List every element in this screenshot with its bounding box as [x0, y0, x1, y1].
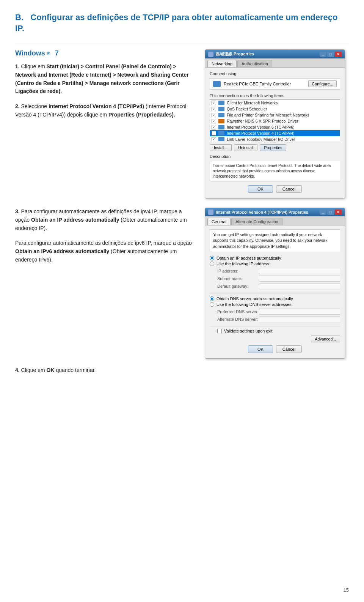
radio-use-dns[interactable] [210, 302, 214, 307]
dialog1: 區域連線 Properties _ □ ✕ Networking Authent… [205, 49, 345, 199]
ip-address-input[interactable] [259, 268, 340, 274]
dialog1-items-label: This connection uses the following items… [210, 93, 340, 98]
dialog2-body: You can get IP settings assigned automat… [205, 225, 345, 358]
preferred-dns-input[interactable] [259, 309, 340, 315]
validate-checkbox[interactable] [217, 329, 222, 333]
dialog1-footer: OK Cancel [210, 185, 340, 194]
subnet-mask-label: Subnet mask: [217, 276, 259, 281]
dialog2-advanced-button[interactable]: Advanced... [311, 336, 340, 342]
default-gw-input[interactable] [259, 283, 340, 289]
radio-obtain-dns[interactable] [210, 296, 214, 301]
default-gw-label: Default gateway: [217, 284, 259, 288]
radio-obtain-dns-row: Obtain DNS server address automatically [210, 296, 340, 301]
alternate-dns-input[interactable] [259, 316, 340, 322]
default-gw-row: Default gateway: [210, 282, 340, 290]
step-4-number: 4. [15, 367, 20, 373]
dialog1-configure-button[interactable]: Configure... [308, 80, 337, 87]
radio-obtain-ip-row: Obtain an IP address automatically [210, 256, 340, 260]
dialog2-footer: OK Cancel [210, 345, 340, 355]
radio-use-dns-label: Use the following DNS server addresses: [217, 302, 293, 307]
ip-radio-section: Obtain an IP address automatically Use t… [210, 256, 340, 290]
step-2-text: 2. Seleccione Internet Protocol Version … [15, 102, 197, 119]
dialog1-listbox[interactable]: Client for Microsoft Networks QoS Packet… [210, 99, 340, 141]
preferred-dns-label: Preferred DNS server: [217, 309, 259, 314]
dialog2-maximize-button[interactable]: □ [327, 210, 334, 215]
dialog1-install-button[interactable]: Install... [210, 144, 232, 151]
step-3-number: 3. [15, 208, 20, 214]
page-number: 15 [344, 587, 349, 593]
section-label: B. [15, 13, 24, 22]
dialog2-separator [210, 293, 340, 293]
checkbox-6[interactable] [212, 131, 216, 136]
manage-network-text: Manage network [89, 80, 131, 86]
windows-sup: ® [47, 51, 50, 56]
item-icon-5 [218, 125, 224, 129]
step-2-number: 2. [15, 103, 20, 109]
list-item-5: Internet Protocol Version 6 (TCP/IPv6) [210, 124, 340, 130]
dialog1-maximize-button[interactable]: □ [327, 52, 334, 57]
left-col-1: Windows® 7 1. Clique em Start (Iniciar) … [15, 49, 197, 126]
checkbox-5[interactable] [212, 125, 216, 129]
windows7-badge: Windows® 7 [15, 49, 197, 57]
checkbox-3[interactable] [212, 113, 216, 117]
dialog2-separator2 [210, 326, 340, 326]
subnet-mask-input[interactable] [259, 276, 340, 282]
dialog1-titlebar-left: 區域連線 Properties [208, 51, 254, 57]
step-2-block: 2. Seleccione Internet Protocol Version … [15, 102, 197, 119]
header-divider [15, 43, 349, 43]
alternate-dns-row: Alternate DNS server: [210, 315, 340, 323]
item-label-4: Rawether NDIS 6 X SPR Protocol Driver [227, 119, 298, 123]
item-label-1: Client for Microsoft Networks [227, 101, 278, 105]
dialog1-ok-button[interactable]: OK [248, 185, 273, 193]
dialog1-uninstall-button[interactable]: Uninstall [234, 144, 257, 151]
preferred-dns-row: Preferred DNS server: [210, 308, 340, 315]
checkbox-7[interactable] [212, 137, 216, 141]
step-3-text-1: 3. Para configurar automaticamente as de… [15, 208, 197, 232]
item-icon-3 [218, 113, 224, 117]
step-1-number: 1. [15, 63, 20, 69]
windows-number: 7 [55, 49, 59, 57]
checkbox-4[interactable] [212, 119, 216, 123]
dialog1-title-icon [208, 52, 213, 57]
advanced-row: Advanced... [210, 336, 340, 342]
subnet-mask-row: Subnet mask: [210, 275, 340, 282]
radio-use-dns-row: Use the following DNS server addresses: [210, 302, 340, 307]
dialog2-ok-button[interactable]: OK [248, 345, 273, 353]
checkbox-1[interactable] [212, 101, 216, 105]
dialog2-minimize-button[interactable]: _ [320, 210, 326, 215]
section-3: 3. Para configurar automaticamente as de… [15, 208, 349, 359]
list-item-6[interactable]: Internet Protocol Version 4 (TCP/IPv4) [210, 130, 340, 136]
item-icon-6 [218, 131, 224, 136]
dialog2-cancel-button[interactable]: Cancel [276, 345, 302, 353]
step-3-block: 3. Para configurar automaticamente as de… [15, 208, 197, 264]
list-item-7: Link-Layer Topology Mapper I/O Driver [210, 136, 340, 141]
dialog1-tab-authentication[interactable]: Authentication [237, 60, 272, 67]
radio-obtain-ip[interactable] [210, 256, 214, 260]
item-label-3: File and Printer Sharing for Microsoft N… [227, 113, 309, 117]
step-4-block: 4. Clique em OK quando terminar. [15, 366, 349, 375]
dialog2-close-button[interactable]: ✕ [335, 210, 342, 215]
section3-left: 3. Para configurar automaticamente as de… [15, 208, 197, 271]
list-item-4: Rawether NDIS 6 X SPR Protocol Driver [210, 118, 340, 124]
step-1-text: 1. Clique em Start (Iniciar) > Control P… [15, 63, 197, 96]
main-title: B. Configurar as definições de TCP/IP pa… [15, 12, 349, 34]
step-4-text: 4. Clique em OK quando terminar. [15, 366, 349, 375]
dialog1-minimize-button[interactable]: _ [320, 52, 326, 57]
dialog2-tab-general[interactable]: General [207, 218, 231, 225]
checkbox-2[interactable] [212, 107, 216, 111]
item-icon-7 [218, 137, 224, 141]
dialog1-close-button[interactable]: ✕ [335, 52, 342, 57]
dialog1-tab-networking[interactable]: Networking [207, 60, 237, 67]
dialog1-properties-button[interactable]: Properties [260, 144, 286, 151]
section-1-2: Windows® 7 1. Clique em Start (Iniciar) … [15, 49, 349, 199]
item-label-7: Link-Layer Topology Mapper I/O Driver [227, 137, 295, 141]
dialog2-titlebar: Internet Protocol Version 4 (TCP/IPv4) P… [205, 208, 345, 216]
dialog1-title: 區域連線 Properties [216, 51, 254, 57]
page-header: B. Configurar as definições de TCP/IP pa… [15, 12, 349, 34]
right-col-1: 區域連線 Properties _ □ ✕ Networking Authent… [205, 49, 349, 199]
dialog1-cancel-button[interactable]: Cancel [276, 185, 302, 193]
ip-address-row: IP address: [210, 267, 340, 275]
dialog2-tab-alternate[interactable]: Alternate Configuration [231, 218, 282, 225]
item-icon-2 [218, 107, 224, 111]
radio-use-ip[interactable] [210, 262, 214, 266]
